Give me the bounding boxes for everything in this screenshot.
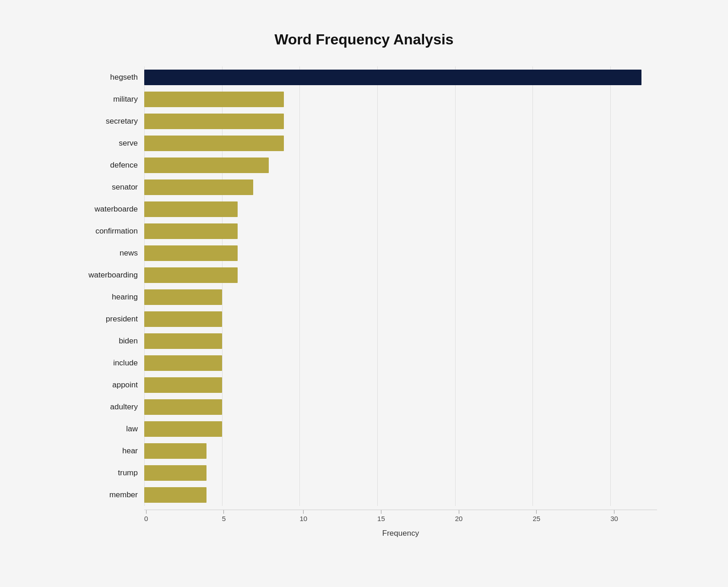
x-tick-line — [536, 510, 537, 514]
bar-label-confirmation: confirmation — [71, 220, 144, 242]
bar-fill-defence — [144, 158, 269, 173]
bar-fill-confirmation — [144, 223, 238, 239]
bar-row — [144, 286, 657, 308]
bar-fill-member — [144, 487, 206, 503]
bar-row — [144, 308, 657, 330]
bar-row — [144, 462, 657, 484]
x-tick-label: 10 — [299, 515, 307, 522]
bar-label-military: military — [71, 88, 144, 110]
bar-label-defence: defence — [71, 154, 144, 176]
bar-label-waterboarding: waterboarding — [71, 264, 144, 286]
bar-label-trump: trump — [71, 462, 144, 484]
x-tick-line — [223, 510, 224, 514]
bar-row — [144, 374, 657, 396]
bar-label-news: news — [71, 242, 144, 264]
bar-row — [144, 110, 657, 132]
bar-row — [144, 352, 657, 374]
bar-label-waterboarde: waterboarde — [71, 198, 144, 220]
bar-row — [144, 176, 657, 198]
bar-label-law: law — [71, 418, 144, 440]
bar-row — [144, 330, 657, 352]
x-tick-line — [303, 510, 304, 514]
x-tick: 5 — [222, 510, 226, 522]
x-axis: 051015202530 Frequency — [144, 506, 657, 538]
x-tick-label: 5 — [222, 515, 226, 522]
bar-fill-appoint — [144, 377, 222, 393]
bar-row — [144, 242, 657, 264]
bar-label-secretary: secretary — [71, 110, 144, 132]
bar-row — [144, 154, 657, 176]
bar-label-president: president — [71, 308, 144, 330]
x-tick-line — [146, 510, 147, 514]
x-tick: 0 — [144, 510, 148, 522]
bar-fill-secretary — [144, 114, 284, 129]
bar-fill-hear — [144, 443, 206, 459]
bar-label-hear: hear — [71, 440, 144, 462]
x-tick: 20 — [455, 510, 463, 522]
x-tick: 15 — [377, 510, 385, 522]
x-tick-label: 25 — [532, 515, 540, 522]
x-tick-label: 20 — [455, 515, 463, 522]
x-tick: 10 — [299, 510, 307, 522]
bars-column — [144, 66, 657, 506]
bar-row — [144, 484, 657, 506]
bar-row — [144, 66, 657, 88]
bar-fill-waterboarding — [144, 267, 238, 283]
bar-fill-hegseth — [144, 70, 641, 85]
x-tick-label: 30 — [610, 515, 618, 522]
bar-row — [144, 88, 657, 110]
bar-row — [144, 418, 657, 440]
bar-label-hegseth: hegseth — [71, 66, 144, 88]
x-tick: 25 — [532, 510, 540, 522]
labels-column: hegsethmilitarysecretaryservedefencesena… — [71, 66, 144, 506]
chart-title: Word Frequency Analysis — [71, 31, 657, 48]
x-axis-title: Frequency — [144, 529, 657, 538]
bar-row — [144, 264, 657, 286]
bar-label-include: include — [71, 352, 144, 374]
bar-row — [144, 440, 657, 462]
bar-fill-hearing — [144, 289, 222, 305]
chart-body: hegsethmilitarysecretaryservedefencesena… — [71, 66, 657, 506]
bar-fill-trump — [144, 465, 206, 481]
x-axis-ticks: 051015202530 — [144, 510, 657, 523]
bar-fill-waterboarde — [144, 201, 238, 217]
x-tick-label: 15 — [377, 515, 385, 522]
bar-fill-include — [144, 355, 222, 371]
bar-label-adultery: adultery — [71, 396, 144, 418]
bar-label-member: member — [71, 484, 144, 506]
x-tick-line — [381, 510, 381, 514]
x-tick-line — [614, 510, 614, 514]
bar-fill-biden — [144, 333, 222, 349]
bar-fill-serve — [144, 136, 284, 151]
x-tick: 30 — [610, 510, 618, 522]
x-tick-line — [459, 510, 459, 514]
bar-label-biden: biden — [71, 330, 144, 352]
bar-fill-military — [144, 92, 284, 107]
bar-label-hearing: hearing — [71, 286, 144, 308]
bars-inner — [144, 66, 657, 506]
bar-fill-law — [144, 421, 222, 437]
bar-fill-president — [144, 311, 222, 327]
bar-fill-news — [144, 245, 238, 261]
bar-fill-adultery — [144, 399, 222, 415]
chart-container: Word Frequency Analysis hegsethmilitarys… — [43, 13, 685, 575]
bar-label-serve: serve — [71, 132, 144, 154]
bar-row — [144, 198, 657, 220]
bar-row — [144, 132, 657, 154]
bar-row — [144, 220, 657, 242]
bar-label-senator: senator — [71, 176, 144, 198]
bar-fill-senator — [144, 179, 253, 195]
bar-row — [144, 396, 657, 418]
x-tick-label: 0 — [144, 515, 148, 522]
bar-label-appoint: appoint — [71, 374, 144, 396]
